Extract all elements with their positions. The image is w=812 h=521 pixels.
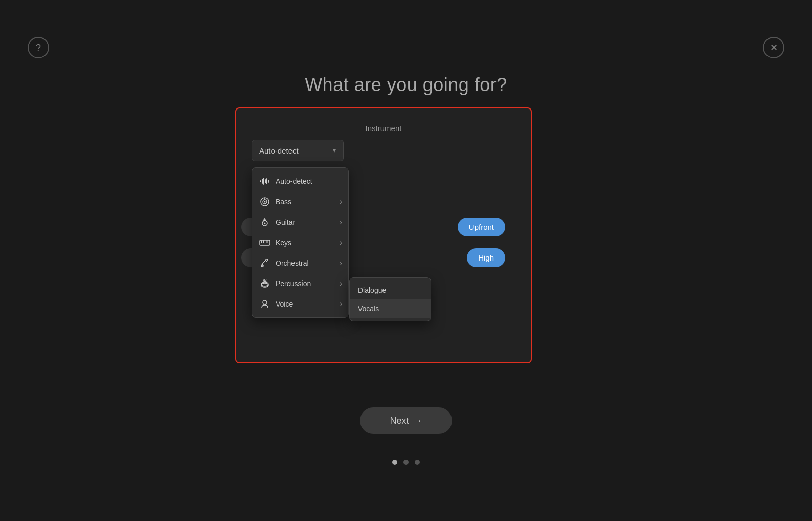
- pagination-dots: [392, 460, 420, 465]
- svg-rect-19: [268, 240, 269, 243]
- bass-icon: [259, 196, 270, 207]
- high-pill[interactable]: High: [467, 248, 505, 267]
- menu-item-keys[interactable]: Keys: [252, 232, 348, 253]
- menu-item-voice-label: Voice: [276, 300, 293, 308]
- guitar-icon: [259, 216, 270, 228]
- submenu-item-vocals[interactable]: Vocals: [350, 299, 431, 318]
- help-button[interactable]: ?: [28, 37, 49, 58]
- dropdown-selected-value: Auto-detect: [259, 146, 299, 155]
- instrument-label: Instrument: [252, 124, 515, 133]
- menu-item-guitar[interactable]: Guitar: [252, 212, 348, 232]
- percussion-icon: [259, 278, 270, 289]
- instrument-dropdown-wrapper: Auto-detect ▾ Auto-detect: [252, 140, 344, 161]
- svg-rect-16: [261, 240, 262, 243]
- svg-line-24: [263, 280, 264, 283]
- svg-rect-23: [264, 279, 265, 282]
- next-arrow-icon: →: [413, 416, 422, 426]
- svg-rect-17: [263, 240, 264, 243]
- svg-point-8: [264, 201, 266, 203]
- instrument-dropdown[interactable]: Auto-detect ▾: [252, 140, 344, 161]
- menu-item-orchestral[interactable]: Orchestral: [252, 253, 348, 273]
- svg-point-11: [264, 223, 266, 224]
- menu-item-percussion[interactable]: Percussion: [252, 273, 348, 294]
- svg-rect-3: [265, 179, 266, 183]
- chevron-down-icon: ▾: [333, 147, 336, 154]
- menu-item-bass[interactable]: Bass: [252, 191, 348, 212]
- svg-rect-1: [262, 179, 263, 184]
- next-label: Next: [390, 416, 409, 426]
- svg-line-25: [265, 280, 266, 283]
- instrument-dropdown-menu: Auto-detect Bass: [252, 167, 349, 318]
- main-card: Instrument Auto-detect ▾: [235, 107, 532, 363]
- next-button[interactable]: Next →: [360, 407, 452, 434]
- menu-item-auto-detect[interactable]: Auto-detect: [252, 171, 348, 191]
- dot-2: [403, 460, 409, 465]
- menu-item-bass-label: Bass: [276, 198, 291, 206]
- waveform-icon: [259, 176, 270, 187]
- menu-item-guitar-label: Guitar: [276, 218, 295, 226]
- upfront-pill[interactable]: Upfront: [458, 218, 505, 236]
- page-title: What are you going for?: [0, 74, 812, 96]
- svg-rect-0: [260, 180, 261, 182]
- orchestral-icon: [259, 257, 270, 269]
- menu-item-orchestral-label: Orchestral: [276, 259, 309, 267]
- svg-rect-5: [268, 180, 269, 183]
- voice-icon: [259, 298, 270, 310]
- svg-rect-14: [263, 220, 266, 221]
- voice-submenu: Dialogue Vocals: [349, 277, 431, 321]
- menu-item-auto-detect-label: Auto-detect: [276, 177, 312, 185]
- close-button[interactable]: ✕: [763, 37, 784, 58]
- svg-rect-4: [266, 178, 267, 184]
- svg-rect-12: [264, 218, 265, 221]
- menu-item-keys-label: Keys: [276, 238, 291, 247]
- svg-rect-13: [263, 219, 266, 220]
- menu-item-voice[interactable]: Voice Dialogue Vocals: [252, 294, 348, 314]
- menu-item-percussion-label: Percussion: [276, 279, 311, 288]
- dot-1: [392, 460, 397, 465]
- svg-rect-18: [266, 240, 267, 243]
- keys-icon: [259, 237, 270, 248]
- dot-3: [415, 460, 420, 465]
- svg-rect-9: [264, 198, 265, 200]
- svg-point-26: [263, 300, 267, 305]
- submenu-item-dialogue[interactable]: Dialogue: [350, 281, 431, 299]
- svg-rect-2: [263, 178, 264, 185]
- help-icon: ?: [36, 42, 41, 53]
- close-icon: ✕: [770, 42, 778, 53]
